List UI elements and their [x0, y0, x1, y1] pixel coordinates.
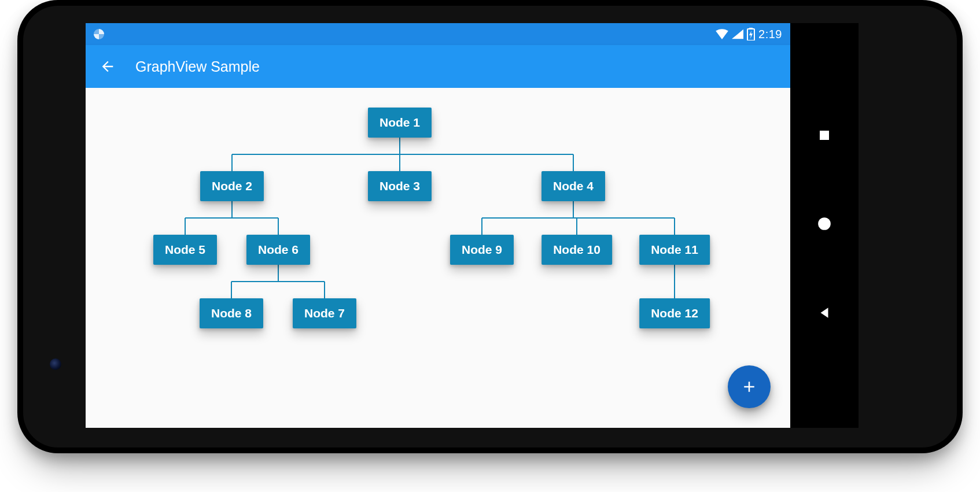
home-button[interactable] — [817, 216, 832, 234]
battery-charging-icon — [747, 28, 755, 40]
graph-node-n3[interactable]: Node 3 — [368, 171, 432, 201]
circle-icon — [817, 216, 832, 231]
status-clock: 2:19 — [758, 28, 782, 41]
graph-node-n12[interactable]: Node 12 — [639, 298, 710, 328]
app-title: GraphView Sample — [135, 58, 260, 75]
graph-node-n1[interactable]: Node 1 — [368, 108, 432, 138]
wifi-icon — [716, 29, 728, 39]
graph-node-n4[interactable]: Node 4 — [541, 171, 605, 201]
graph-node-n6[interactable]: Node 6 — [246, 235, 310, 265]
graph-node-n10[interactable]: Node 10 — [541, 235, 612, 265]
add-node-fab[interactable] — [728, 365, 771, 408]
svg-point-23 — [818, 217, 831, 230]
graph-canvas[interactable]: Node 1Node 2Node 3Node 4Node 5Node 6Node… — [86, 88, 790, 428]
status-left — [94, 29, 104, 39]
arrow-back-icon — [100, 58, 116, 75]
graph-node-n2[interactable]: Node 2 — [200, 171, 264, 201]
status-right: 2:19 — [716, 28, 782, 41]
recents-button[interactable] — [817, 128, 831, 145]
app-bar: GraphView Sample — [86, 45, 790, 88]
graph-node-n9[interactable]: Node 9 — [450, 235, 514, 265]
nav-back-button[interactable] — [817, 305, 832, 323]
square-icon — [817, 128, 831, 142]
graph-node-n11[interactable]: Node 11 — [639, 235, 710, 265]
system-nav-bar — [790, 23, 859, 428]
device-inner: 2:19 GraphView Sample Node 1Node 2Node 3… — [23, 6, 957, 447]
status-bar: 2:19 — [86, 23, 790, 45]
screen: 2:19 GraphView Sample Node 1Node 2Node 3… — [86, 23, 790, 428]
graph-node-n5[interactable]: Node 5 — [153, 235, 217, 265]
device-frame: 2:19 GraphView Sample Node 1Node 2Node 3… — [17, 0, 963, 453]
graph-node-n7[interactable]: Node 7 — [293, 298, 356, 328]
triangle-back-icon — [817, 305, 832, 320]
cell-signal-icon — [732, 29, 743, 39]
svg-rect-22 — [820, 131, 829, 140]
svg-rect-1 — [749, 28, 753, 29]
plus-icon — [740, 378, 758, 395]
front-camera — [50, 358, 61, 370]
loading-spinner-icon — [94, 29, 104, 39]
back-button[interactable] — [96, 55, 119, 78]
graph-node-n8[interactable]: Node 8 — [200, 298, 263, 328]
